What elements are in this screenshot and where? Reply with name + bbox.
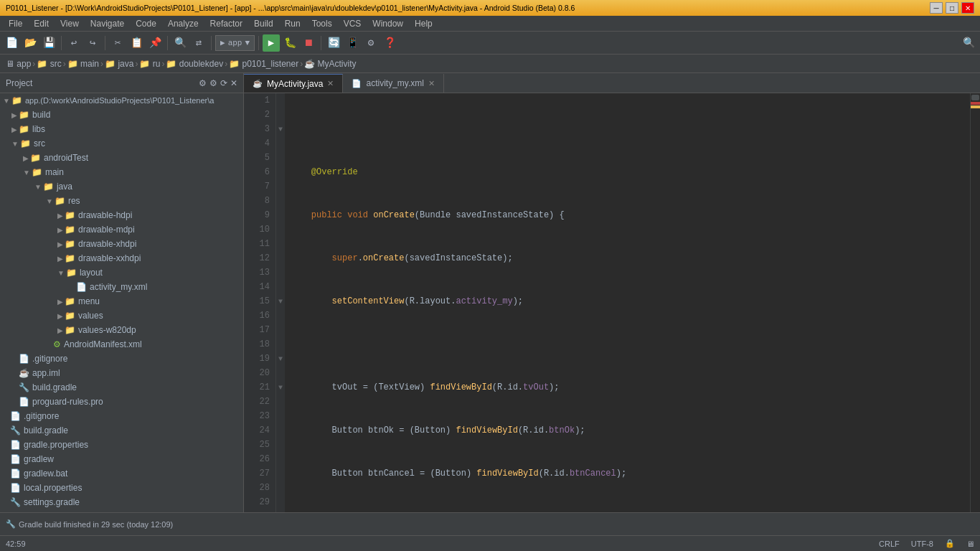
editor-scrollbar[interactable]: [970, 93, 980, 512]
sync-button[interactable]: 🔄: [325, 34, 342, 52]
close-button[interactable]: ✕: [961, 2, 974, 14]
nav-p0101[interactable]: 📁 p0101_listener: [229, 59, 298, 69]
menu-item-help[interactable]: Help: [409, 17, 438, 30]
tab-myactivity[interactable]: ☕ MyActivity.java ✕: [244, 74, 343, 93]
tree-libs[interactable]: ▶ 📁 libs: [0, 122, 243, 136]
tree-settings-gradle[interactable]: ▶ 🔧 settings.gradle: [0, 495, 243, 509]
tree-drawable-xhdpi[interactable]: ▶ 📁 drawable-xhdpi: [0, 237, 243, 251]
menu-item-build[interactable]: Build: [248, 17, 279, 30]
app-dropdown[interactable]: ▶app▼: [215, 35, 255, 51]
undo-button[interactable]: ↩: [65, 34, 83, 52]
sidebar-collapse-btn[interactable]: ⚙: [199, 78, 207, 88]
build-status: Gradle build finished in 29 sec (today 1…: [19, 520, 173, 529]
sdk-button[interactable]: ⚙: [362, 34, 380, 52]
menu-item-refactor[interactable]: Refactor: [204, 17, 248, 30]
tree-values[interactable]: ▶ 📁 values: [0, 309, 243, 323]
menu-item-analyze[interactable]: Analyze: [162, 17, 204, 30]
menu-item-navigate[interactable]: Navigate: [85, 17, 130, 30]
menu-item-window[interactable]: Window: [367, 17, 409, 30]
status-right: CRLF UTF-8 🔒 🖥: [879, 539, 974, 548]
line-5: setContentView(R.layout.activity_my);: [291, 294, 964, 309]
scrollbar-thumb[interactable]: [971, 95, 979, 100]
nav-src[interactable]: 📁 src: [37, 59, 61, 69]
tree-androidtest[interactable]: ▶ 📁 androidTest: [0, 151, 243, 165]
tree-values-w820[interactable]: ▶ 📁 values-w820dp: [0, 323, 243, 337]
sidebar-close-btn[interactable]: ✕: [230, 78, 237, 88]
nav-java[interactable]: 📁 java: [105, 59, 133, 69]
tab-activity-xml-label: activity_my.xml: [366, 78, 423, 88]
code-editor[interactable]: 12345 678910 1112131415 1617181920 21222…: [244, 93, 980, 512]
status-lock-icon: 🔒: [945, 539, 955, 548]
cut-button[interactable]: ✂: [109, 34, 126, 52]
replace-button[interactable]: ⇄: [190, 34, 207, 52]
line-numbers: 12345 678910 1112131415 1617181920 21222…: [244, 93, 276, 512]
status-monitor-icon: 🖥: [966, 540, 974, 548]
tree-app-iml[interactable]: ▶ ☕ app.iml: [0, 366, 243, 380]
tree-build-gradle-root[interactable]: ▶ 🔧 build.gradle: [0, 423, 243, 438]
paste-button[interactable]: 📌: [146, 34, 164, 52]
tree-drawable-mdpi[interactable]: ▶ 📁 drawable-mdpi: [0, 222, 243, 237]
search-everywhere[interactable]: 🔍: [960, 34, 977, 52]
help-button[interactable]: ❓: [381, 34, 398, 52]
tree-manifest[interactable]: ▶ ⚙ AndroidManifest.xml: [0, 337, 243, 352]
tab-activity-xml[interactable]: 📄 activity_my.xml ✕: [343, 74, 443, 93]
menu-item-tools[interactable]: Tools: [306, 17, 338, 30]
tree-gradlew[interactable]: ▶ 📄 gradlew: [0, 452, 243, 466]
tree-gradlew-bat[interactable]: ▶ 📄 gradlew.bat: [0, 466, 243, 481]
avd-button[interactable]: 📱: [344, 34, 361, 52]
line-10: [291, 509, 964, 512]
status-position: 42:59: [6, 540, 26, 548]
restore-button[interactable]: □: [946, 2, 958, 14]
menu-item-file[interactable]: File: [3, 17, 28, 30]
menu-item-vcs[interactable]: VCS: [338, 17, 367, 30]
nav-ru[interactable]: 📁 ru: [139, 59, 160, 69]
tree-drawable-hdpi[interactable]: ▶ 📁 drawable-hdpi: [0, 208, 243, 222]
tab-myactivity-close[interactable]: ✕: [327, 79, 334, 88]
sidebar-gear-btn[interactable]: ⚙: [209, 78, 217, 88]
status-line-ending[interactable]: CRLF: [879, 540, 900, 548]
tree-root[interactable]: ▼ 📁 app.(D:\work\AndroidStudioProjects\P…: [0, 93, 243, 108]
status-encoding[interactable]: UTF-8: [911, 540, 933, 548]
find-button[interactable]: 🔍: [171, 34, 189, 52]
menu-item-view[interactable]: View: [55, 17, 85, 30]
tree-res[interactable]: ▼ 📁 res: [0, 194, 243, 208]
sidebar-sync-btn[interactable]: ⟳: [220, 78, 227, 88]
tree-build-gradle-app[interactable]: ▶ 🔧 build.gradle: [0, 380, 243, 395]
nav-doublekdev[interactable]: 📁 doublekdev: [166, 59, 223, 69]
bottom-build-bar: 🔧 Gradle build finished in 29 sec (today…: [0, 512, 980, 535]
menu-item-run[interactable]: Run: [279, 17, 306, 30]
menu-item-edit[interactable]: Edit: [28, 17, 55, 30]
save-button[interactable]: 💾: [40, 34, 57, 52]
tree-activity-xml[interactable]: ▶ 📄 activity_my.xml: [0, 280, 243, 294]
copy-button[interactable]: 📋: [128, 34, 145, 52]
nav-myactivity[interactable]: ☕ MyActivity: [304, 59, 356, 69]
tree-gradle-props[interactable]: ▶ 📄 gradle.properties: [0, 438, 243, 452]
tree-build[interactable]: ▶ 📁 build: [0, 108, 243, 122]
run-button[interactable]: ▶: [263, 34, 280, 52]
tree-src[interactable]: ▼ 📁 src: [0, 136, 243, 151]
minimize-button[interactable]: ─: [930, 2, 943, 14]
tree-local-props[interactable]: ▶ 📄 local.properties: [0, 481, 243, 495]
tree-drawable-xxhdpi[interactable]: ▶ 📁 drawable-xxhdpi: [0, 251, 243, 265]
tree-gitignore-app[interactable]: ▶ 📄 .gitignore: [0, 352, 243, 366]
tree-main[interactable]: ▼ 📁 main: [0, 165, 243, 179]
open-button[interactable]: 📂: [22, 34, 39, 52]
window-controls: ─ □ ✕: [930, 2, 974, 14]
nav-breadcrumb: 🖥 app › 📁 src › 📁 main › 📁 java › 📁 ru ›…: [0, 55, 980, 73]
nav-main[interactable]: 📁 main: [67, 59, 99, 69]
redo-button[interactable]: ↪: [84, 34, 101, 52]
tree-gitignore-root[interactable]: ▶ 📄 .gitignore: [0, 409, 243, 423]
tab-activity-xml-close[interactable]: ✕: [428, 79, 435, 88]
tree-proguard[interactable]: ▶ 📄 proguard-rules.pro: [0, 395, 243, 409]
menu-item-code[interactable]: Code: [130, 17, 162, 30]
code-content: 12345 678910 1112131415 1617181920 21222…: [244, 93, 980, 512]
tree-layout[interactable]: ▼ 📁 layout: [0, 265, 243, 280]
tab-bar: ☕ MyActivity.java ✕ 📄 activity_my.xml ✕: [244, 73, 980, 93]
title-bar: P0101_Listener - [D:\Work\AndroidStudioP…: [0, 0, 980, 16]
stop-button[interactable]: ⏹: [300, 34, 317, 52]
tree-java[interactable]: ▼ 📁 java: [0, 179, 243, 194]
new-button[interactable]: 📄: [3, 34, 20, 52]
nav-app[interactable]: 🖥 app: [6, 59, 31, 69]
tree-menu[interactable]: ▶ 📁 menu: [0, 294, 243, 309]
debug-button[interactable]: 🐛: [281, 34, 298, 52]
